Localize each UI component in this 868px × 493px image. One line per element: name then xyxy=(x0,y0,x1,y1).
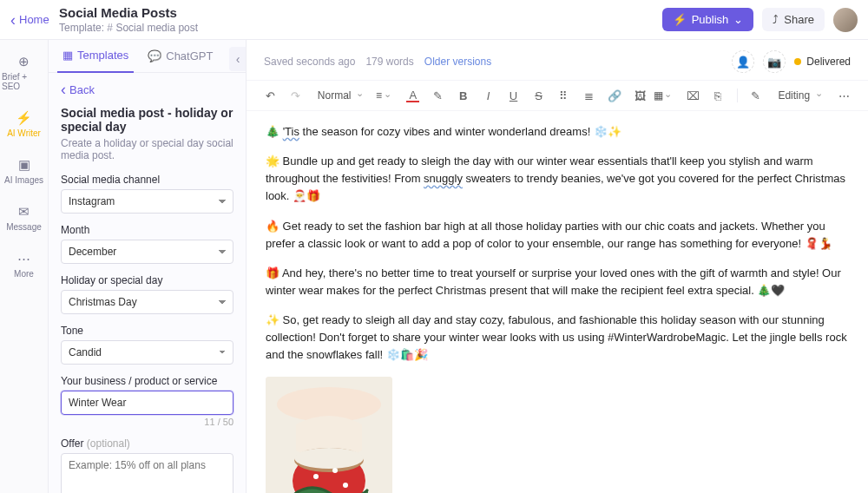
home-link[interactable]: Home xyxy=(10,12,56,28)
overflow-button[interactable]: ⋯ xyxy=(838,89,851,102)
rail-more[interactable]: ⋯More xyxy=(0,247,48,282)
templates-icon: ▦ xyxy=(62,49,73,62)
topbar: Home Social Media Posts Template: # Soci… xyxy=(0,0,868,40)
more-icon: ⋯ xyxy=(16,251,32,266)
older-versions-link[interactable]: Older versions xyxy=(424,56,491,68)
number-list-button[interactable]: ≣ xyxy=(582,89,595,102)
holiday-select[interactable]: Christmas Day xyxy=(61,290,233,314)
undo-button[interactable]: ↶ xyxy=(264,89,277,102)
svg-point-4 xyxy=(294,448,364,469)
offer-label: Offer (optional) xyxy=(61,437,233,450)
bolt-icon: ⚡ xyxy=(16,110,32,126)
word-count: 179 words xyxy=(365,56,413,68)
tone-label: Tone xyxy=(61,325,233,337)
strike-button[interactable]: S xyxy=(532,89,545,102)
template-description: Create a holiday or special day social m… xyxy=(61,137,233,161)
highlight-button[interactable]: ✎ xyxy=(431,89,444,102)
delivery-status: Delivered xyxy=(794,56,851,68)
italic-button[interactable]: I xyxy=(482,89,495,102)
chat-icon: 💬 xyxy=(148,49,161,62)
message-icon: ✉ xyxy=(16,204,32,220)
publish-button[interactable]: ⚡ Publish ⌄ xyxy=(662,8,754,31)
editor-content[interactable]: 🎄 'Tis the season for cozy vibes and win… xyxy=(247,111,868,493)
saved-status: Saved seconds ago xyxy=(264,56,355,68)
tab-templates[interactable]: ▦Templates xyxy=(57,40,134,73)
link-button[interactable]: 🔗 xyxy=(608,89,621,102)
camera-icon[interactable]: 📷 xyxy=(763,50,786,73)
editor: Saved seconds ago 179 words Older versio… xyxy=(247,40,868,493)
page-title: Social Media Posts xyxy=(59,5,662,20)
svg-point-7 xyxy=(343,483,348,488)
pencil-icon: ✎ xyxy=(749,89,762,102)
back-link[interactable]: Back xyxy=(61,82,233,97)
underline-button[interactable]: U xyxy=(507,89,520,102)
bold-button[interactable]: B xyxy=(457,89,470,102)
paragraph: 🎄 'Tis the season for cozy vibes and win… xyxy=(266,123,849,141)
business-counter: 11 / 50 xyxy=(61,417,233,427)
insert-image-button[interactable]: 🖼 xyxy=(634,89,647,102)
add-user-icon[interactable]: 👤 xyxy=(732,50,754,73)
tone-select[interactable]: Candid xyxy=(61,340,233,365)
collapse-sidebar[interactable]: ‹ xyxy=(229,47,247,71)
tab-chatgpt[interactable]: 💬ChatGPT xyxy=(142,41,218,71)
month-select[interactable]: December xyxy=(61,240,233,264)
rail-brief-seo[interactable]: ⊕Brief + SEO xyxy=(0,50,48,95)
channel-select[interactable]: Instagram xyxy=(61,189,233,214)
paragraph: 🌟 Bundle up and get ready to sleigh the … xyxy=(266,153,849,205)
target-icon: ⊕ xyxy=(16,54,32,69)
title-block: Social Media Posts Template: # Social me… xyxy=(59,5,662,34)
rail-message[interactable]: ✉Message xyxy=(0,200,48,235)
bullet-list-button[interactable]: ⠿ xyxy=(557,89,570,102)
business-input[interactable] xyxy=(61,391,233,415)
sidebar: ‹ ▦Templates 💬ChatGPT Back Social media … xyxy=(49,40,247,493)
chevron-left-icon xyxy=(61,82,66,97)
chevron-left-icon xyxy=(10,12,16,28)
mode-select[interactable]: Editing xyxy=(774,88,825,103)
avatar[interactable] xyxy=(833,8,858,32)
rail-ai-writer[interactable]: ⚡AI Writer xyxy=(0,107,48,141)
code-button[interactable]: ⎘ xyxy=(712,89,725,102)
left-rail: ⊕Brief + SEO ⚡AI Writer ▣AI Images ✉Mess… xyxy=(0,40,49,493)
page-subtitle: Template: # Social media post xyxy=(59,22,662,34)
paragraph: ✨ So, get ready to sleigh all day and st… xyxy=(266,312,849,364)
offer-textarea[interactable] xyxy=(61,453,233,493)
share-button[interactable]: ⤴ Share xyxy=(762,8,825,31)
channel-label: Social media channel xyxy=(61,174,233,186)
template-title: Social media post - holiday or special d… xyxy=(61,106,233,134)
rail-ai-images[interactable]: ▣AI Images xyxy=(0,154,48,188)
business-label: Your business / product or service xyxy=(61,375,233,387)
holiday-label: Holiday or special day xyxy=(61,274,233,286)
style-select[interactable]: Normal xyxy=(314,88,367,103)
text-color-button[interactable]: A xyxy=(406,89,419,102)
month-label: Month xyxy=(61,224,233,236)
chevron-down-icon: ⌄ xyxy=(733,13,743,26)
paragraph: 🔥 Get ready to set the fashion bar high … xyxy=(266,218,849,253)
redo-button[interactable]: ↷ xyxy=(289,89,302,102)
content-image[interactable] xyxy=(266,377,392,493)
paragraph: 🎁 And hey, there's no better time to tre… xyxy=(266,265,849,299)
clear-format-button[interactable]: ⌧ xyxy=(687,89,700,102)
status-dot-icon xyxy=(794,58,801,65)
table-button[interactable]: ▦ xyxy=(659,89,674,102)
svg-point-5 xyxy=(313,474,319,479)
svg-point-6 xyxy=(332,468,338,473)
toolbar: ↶ ↷ Normal ≡ A ✎ B I U S ⠿ ≣ 🔗 🖼 ▦ ⌧ ⎘ ✎… xyxy=(247,81,868,111)
image-icon: ▣ xyxy=(16,157,32,173)
align-select[interactable]: ≡ xyxy=(378,89,394,102)
